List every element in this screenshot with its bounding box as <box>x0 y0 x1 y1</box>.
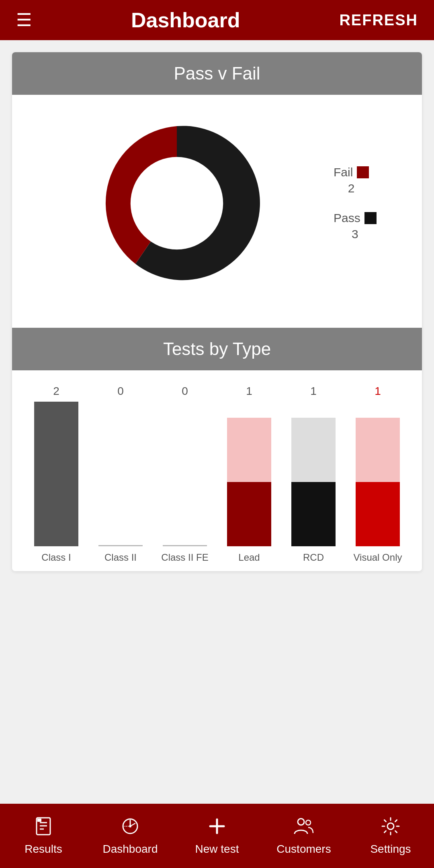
bar-empty-2 <box>163 545 207 546</box>
bar-label-5: Visual Only <box>354 552 402 563</box>
settings-icon <box>381 816 401 839</box>
bars-container: 2Class I0Class II0Class II FE1Lead1RCD1V… <box>24 386 410 563</box>
new-test-icon <box>207 816 227 839</box>
bar-wrapper-5 <box>356 402 400 546</box>
bar-count-0: 2 <box>53 385 59 398</box>
bar-group-rcd: 1RCD <box>287 385 340 563</box>
bar-count-3: 1 <box>246 385 252 398</box>
bar-count-4: 1 <box>310 385 317 398</box>
fail-legend-label: Fail <box>334 165 353 179</box>
svg-point-9 <box>298 819 304 825</box>
donut-chart-container <box>20 107 334 300</box>
bar-wrapper-4 <box>291 402 336 546</box>
bar-class1 <box>34 402 78 546</box>
donut-chart <box>80 107 273 300</box>
svg-rect-4 <box>37 819 41 822</box>
bar-group-class-ii: 0Class II <box>94 385 147 563</box>
pass-fail-chart-area: Fail 2 Pass 3 <box>12 95 422 316</box>
bar-count-1: 0 <box>117 385 124 398</box>
nav-new-test-label: New test <box>195 843 239 856</box>
pass-legend-item: Pass 3 <box>334 211 377 241</box>
pass-legend-count: 3 <box>352 227 358 241</box>
bar-label-0: Class I <box>41 552 71 563</box>
dashboard-icon <box>120 816 140 839</box>
bar-label-2: Class II FE <box>161 552 208 563</box>
bar-label-4: RCD <box>303 552 324 563</box>
nav-customers-label: Customers <box>276 843 331 856</box>
header: ☰ Dashboard REFRESH <box>0 0 434 40</box>
pass-fail-section: Pass v Fail <box>12 52 422 316</box>
nav-customers[interactable]: Customers <box>260 816 347 856</box>
bar-group-lead: 1Lead <box>223 385 275 563</box>
footer-nav: Results Dashboard New test <box>0 804 434 868</box>
bar-empty-1 <box>98 545 143 546</box>
dashboard-card: Pass v Fail <box>12 52 422 571</box>
main-content: Pass v Fail <box>0 40 434 804</box>
bar-fail-segment-5 <box>356 482 400 546</box>
bar-wrapper-1 <box>98 402 143 546</box>
bar-chart-area: 2Class I0Class II0Class II FE1Lead1RCD1V… <box>12 370 422 571</box>
nav-results-label: Results <box>25 843 62 856</box>
menu-icon[interactable]: ☰ <box>16 11 32 29</box>
chart-legend: Fail 2 Pass 3 <box>334 165 414 241</box>
bar-group-class-i: 2Class I <box>30 385 82 563</box>
fail-legend-color <box>357 166 369 178</box>
fail-legend-count: 2 <box>348 182 355 195</box>
tests-by-type-section: Tests by Type 2Class I0Class II0Class II… <box>12 328 422 571</box>
svg-point-10 <box>306 820 311 825</box>
bar-wrapper-3 <box>227 402 271 546</box>
bar-wrapper-2 <box>163 402 207 546</box>
bar-pass-segment-4 <box>291 418 336 482</box>
pass-legend-label: Pass <box>334 211 360 225</box>
customers-icon <box>293 816 315 839</box>
nav-new-test[interactable]: New test <box>174 816 260 856</box>
refresh-button[interactable]: REFRESH <box>339 12 418 29</box>
bar-wrapper-0 <box>34 402 78 546</box>
nav-dashboard[interactable]: Dashboard <box>87 816 174 856</box>
pass-legend-color <box>364 212 377 224</box>
svg-point-11 <box>387 823 394 829</box>
header-title: Dashboard <box>131 8 240 32</box>
nav-dashboard-label: Dashboard <box>103 843 158 856</box>
tests-by-type-header: Tests by Type <box>12 328 422 370</box>
fail-legend-item: Fail 2 <box>334 165 369 195</box>
bar-fail-segment-3 <box>227 482 271 546</box>
nav-settings[interactable]: Settings <box>347 816 434 856</box>
bar-group-visual-only: 1Visual Only <box>352 385 404 563</box>
bar-count-5: 1 <box>375 385 381 398</box>
bar-fail-segment-4 <box>291 482 336 546</box>
bar-label-3: Lead <box>238 552 260 563</box>
bar-group-class-ii-fe: 0Class II FE <box>159 385 211 563</box>
bar-pass-segment-3 <box>227 418 271 482</box>
nav-settings-label: Settings <box>370 843 411 856</box>
bar-count-2: 0 <box>182 385 188 398</box>
donut-hole <box>131 157 223 249</box>
bar-label-1: Class II <box>104 552 137 563</box>
pass-fail-header: Pass v Fail <box>12 52 422 95</box>
bar-pass-segment-5 <box>356 418 400 482</box>
nav-results[interactable]: Results <box>0 816 87 856</box>
results-icon <box>33 816 53 839</box>
